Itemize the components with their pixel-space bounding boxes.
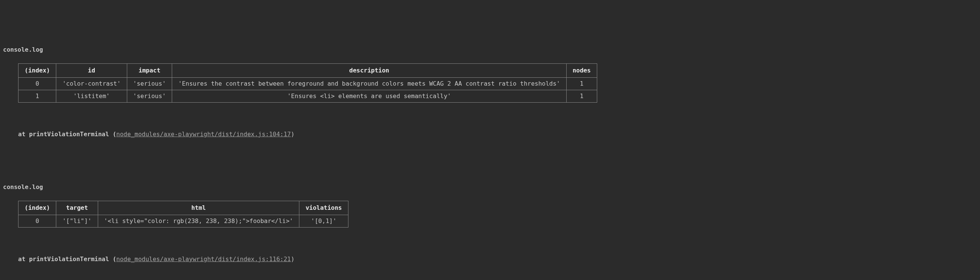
cell-impact: 'serious' xyxy=(127,78,172,90)
col-id: id xyxy=(56,64,127,78)
cell-index: 0 xyxy=(19,78,56,90)
trace-prefix: at printViolationTerminal ( xyxy=(18,256,116,262)
cell-nodes: 1 xyxy=(566,90,597,103)
trace-suffix: ) xyxy=(291,130,294,138)
cell-description: 'Ensures the contrast between foreground… xyxy=(172,78,566,90)
cell-target: '["li"]' xyxy=(56,215,98,228)
col-html: html xyxy=(98,201,299,215)
cell-html: '<li style="color: rgb(238, 238, 238);">… xyxy=(98,215,299,228)
table-header-row: (index) id impact description nodes xyxy=(19,64,597,78)
table-row: 1 'listitem' 'serious' 'Ensures <li> ele… xyxy=(19,90,597,103)
log-label: console.log xyxy=(0,183,980,192)
cell-violations: '[0,1]' xyxy=(299,215,348,228)
violations-table: (index) id impact description nodes 0 'c… xyxy=(18,64,597,103)
source-link[interactable]: node_modules/axe-playwright/dist/index.j… xyxy=(116,130,291,138)
col-description: description xyxy=(172,64,566,78)
cell-index: 1 xyxy=(19,90,56,103)
nodes-table: (index) target html violations 0 '["li"]… xyxy=(18,201,348,228)
console-log-block-1: console.log (index) target html violatio… xyxy=(0,173,980,273)
col-nodes: nodes xyxy=(566,64,597,78)
spacer xyxy=(0,237,980,246)
col-impact: impact xyxy=(127,64,172,78)
col-target: target xyxy=(56,201,98,215)
source-link[interactable]: node_modules/axe-playwright/dist/index.j… xyxy=(116,256,291,262)
trace-prefix: at printViolationTerminal ( xyxy=(18,130,116,138)
col-violations: violations xyxy=(299,201,348,215)
col-index: (index) xyxy=(19,64,56,78)
cell-id: 'color-contrast' xyxy=(56,78,127,90)
cell-impact: 'serious' xyxy=(127,90,172,103)
cell-description: 'Ensures <li> elements are used semantic… xyxy=(172,90,566,103)
log-label: console.log xyxy=(0,45,980,54)
stack-trace: at printViolationTerminal (node_modules/… xyxy=(0,255,980,264)
trace-suffix: ) xyxy=(291,256,294,262)
console-log-block-0: console.log (index) id impact descriptio… xyxy=(0,36,980,148)
table-row: 0 'color-contrast' 'serious' 'Ensures th… xyxy=(19,78,597,90)
stack-trace: at printViolationTerminal (node_modules/… xyxy=(0,130,980,139)
cell-id: 'listitem' xyxy=(56,90,127,103)
spacer xyxy=(0,112,980,121)
cell-index: 0 xyxy=(19,215,56,228)
table-row: 0 '["li"]' '<li style="color: rgb(238, 2… xyxy=(19,215,348,228)
cell-nodes: 1 xyxy=(566,78,597,90)
table-header-row: (index) target html violations xyxy=(19,201,348,215)
col-index: (index) xyxy=(19,201,56,215)
spacer xyxy=(0,159,980,164)
